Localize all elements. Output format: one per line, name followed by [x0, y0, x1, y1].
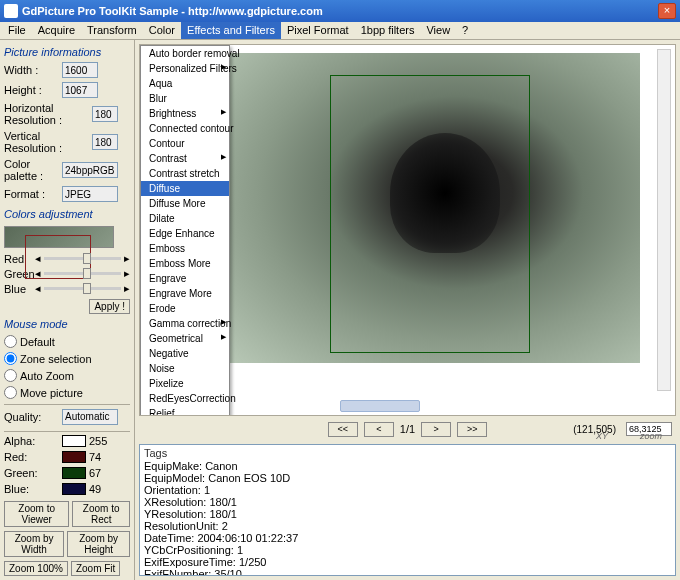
coord-readout: (121,505) — [573, 424, 616, 435]
hres-label: Horizontal Resolution : — [4, 102, 89, 126]
menuitem-erode[interactable]: Erode — [141, 301, 229, 316]
right-panel: Auto border removalPersonalized FiltersA… — [135, 40, 680, 580]
alpha-swatch — [62, 435, 86, 447]
tag-line: DateTime: 2004:06:10 01:22:37 — [144, 532, 671, 544]
effects-dropdown: Auto border removalPersonalized FiltersA… — [140, 45, 230, 416]
menuitem-emboss[interactable]: Emboss — [141, 241, 229, 256]
menuitem-contrast[interactable]: Contrast — [141, 151, 229, 166]
tag-line: ExifExposureTime: 1/250 — [144, 556, 671, 568]
tag-line: ResolutionUnit: 2 — [144, 520, 671, 532]
menu-view[interactable]: View — [420, 22, 456, 39]
zoom-100-button[interactable]: Zoom 100% — [4, 561, 68, 576]
menuitem-contrast-stretch[interactable]: Contrast stretch — [141, 166, 229, 181]
blue-label: Blue: — [4, 483, 59, 495]
close-button[interactable]: × — [658, 3, 676, 19]
apply-button[interactable]: Apply ! — [89, 299, 130, 314]
red-swatch — [62, 451, 86, 463]
tag-line: EquipModel: Canon EOS 10D — [144, 472, 671, 484]
radio-autozoom[interactable] — [4, 369, 17, 382]
radio-default[interactable] — [4, 335, 17, 348]
zoom-width-button[interactable]: Zoom by Width — [4, 531, 64, 557]
menu-effects-and-filters[interactable]: Effects and Filters — [181, 22, 281, 39]
radio-move[interactable] — [4, 386, 17, 399]
horizontal-scrollbar-thumb[interactable] — [340, 400, 420, 412]
zoom-label: zoom — [640, 431, 662, 441]
palette-field[interactable] — [62, 162, 118, 178]
height-label: Height : — [4, 84, 59, 96]
tag-line: ExifFNumber: 35/10 — [144, 568, 671, 576]
menuitem-aqua[interactable]: Aqua — [141, 76, 229, 91]
left-panel: Picture informations Width : Height : Ho… — [0, 40, 135, 580]
menuitem-gamma-correction[interactable]: Gamma correction — [141, 316, 229, 331]
menuitem-blur[interactable]: Blur — [141, 91, 229, 106]
tag-line: YCbCrPositioning: 1 — [144, 544, 671, 556]
format-label: Format : — [4, 188, 59, 200]
last-page-button[interactable]: >> — [457, 422, 487, 437]
menuitem-connected-contour[interactable]: Connected contour — [141, 121, 229, 136]
zoom-fit-button[interactable]: Zoom Fit — [71, 561, 120, 576]
vres-label: Vertical Resolution : — [4, 130, 89, 154]
pic-info-title: Picture informations — [4, 46, 130, 58]
menuitem-negative[interactable]: Negative — [141, 346, 229, 361]
red-slider[interactable] — [44, 257, 121, 260]
menuitem-noise[interactable]: Noise — [141, 361, 229, 376]
window-title: GdPicture Pro ToolKit Sample - http://ww… — [22, 5, 658, 17]
menu-?[interactable]: ? — [456, 22, 474, 39]
hres-field[interactable] — [92, 106, 118, 122]
menuitem-emboss-more[interactable]: Emboss More — [141, 256, 229, 271]
menubar: FileAcquireTransformColorEffects and Fil… — [0, 22, 680, 40]
menu-1bpp-filters[interactable]: 1bpp filters — [355, 22, 421, 39]
menuitem-personalized-filters[interactable]: Personalized Filters — [141, 61, 229, 76]
next-page-button[interactable]: > — [421, 422, 451, 437]
menuitem-brightness[interactable]: Brightness — [141, 106, 229, 121]
menuitem-geometrical[interactable]: Geometrical — [141, 331, 229, 346]
blue-slider-label: Blue — [4, 283, 32, 295]
menuitem-redeyescorrection[interactable]: RedEyesCorrection — [141, 391, 229, 406]
menu-file[interactable]: File — [2, 22, 32, 39]
tag-line: XResolution: 180/1 — [144, 496, 671, 508]
vertical-scrollbar[interactable] — [657, 49, 671, 391]
selection-rect[interactable] — [330, 75, 530, 353]
zoom-height-button[interactable]: Zoom by Height — [67, 531, 130, 557]
green-swatch — [62, 467, 86, 479]
width-label: Width : — [4, 64, 59, 76]
tags-panel[interactable]: Tags EquipMake: CanonEquipModel: Canon E… — [139, 444, 676, 576]
green-slider[interactable] — [44, 272, 121, 275]
menu-acquire[interactable]: Acquire — [32, 22, 81, 39]
vres-field[interactable] — [92, 134, 118, 150]
menuitem-auto-border-removal[interactable]: Auto border removal — [141, 46, 229, 61]
menu-color[interactable]: Color — [143, 22, 181, 39]
menuitem-edge-enhance[interactable]: Edge Enhance — [141, 226, 229, 241]
menuitem-relief[interactable]: Relief — [141, 406, 229, 416]
menuitem-engrave-more[interactable]: Engrave More — [141, 286, 229, 301]
blue-swatch — [62, 483, 86, 495]
alpha-label: Alpha: — [4, 435, 59, 447]
menuitem-dilate[interactable]: Dilate — [141, 211, 229, 226]
prev-page-button[interactable]: < — [364, 422, 394, 437]
menu-pixel-format[interactable]: Pixel Format — [281, 22, 355, 39]
quality-field[interactable] — [62, 409, 118, 425]
menuitem-engrave[interactable]: Engrave — [141, 271, 229, 286]
menuitem-diffuse-more[interactable]: Diffuse More — [141, 196, 229, 211]
menu-transform[interactable]: Transform — [81, 22, 143, 39]
titlebar: GdPicture Pro ToolKit Sample - http://ww… — [0, 0, 680, 22]
nav-bar: << < 1/1 > >> (121,505) XY zoom — [139, 418, 676, 440]
width-field[interactable] — [62, 62, 98, 78]
mouse-title: Mouse mode — [4, 318, 130, 330]
format-field[interactable] — [62, 186, 118, 202]
zoom-rect-button[interactable]: Zoom to Rect — [72, 501, 130, 527]
first-page-button[interactable]: << — [328, 422, 358, 437]
menuitem-diffuse[interactable]: Diffuse — [141, 181, 229, 196]
radio-zone[interactable] — [4, 352, 17, 365]
menuitem-pixelize[interactable]: Pixelize — [141, 376, 229, 391]
image-canvas — [230, 53, 640, 363]
palette-label: Color palette : — [4, 158, 59, 182]
coord-label: XY — [596, 431, 608, 441]
tag-line: EquipMake: Canon — [144, 460, 671, 472]
height-field[interactable] — [62, 82, 98, 98]
app-icon — [4, 4, 18, 18]
canvas-area[interactable]: Auto border removalPersonalized FiltersA… — [139, 44, 676, 416]
menuitem-contour[interactable]: Contour — [141, 136, 229, 151]
blue-slider[interactable] — [44, 287, 121, 290]
zoom-viewer-button[interactable]: Zoom to Viewer — [4, 501, 69, 527]
